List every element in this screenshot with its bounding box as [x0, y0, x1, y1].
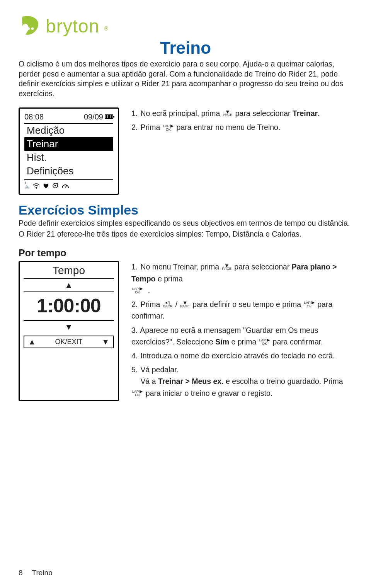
svg-point-4 [54, 185, 56, 187]
device-status-bar: 08:08 09/09 [24, 112, 113, 121]
device-menu-item: Medição [24, 124, 113, 137]
device2-time-value: 1:00:00 [24, 292, 114, 320]
battery-icon [105, 114, 113, 119]
page-footer: 8 Treino [19, 569, 53, 577]
lap-ok-button-icon: LAP ▶OK [259, 338, 271, 346]
intro-paragraph: O ciclismo é um dos melhores tipos de ex… [19, 59, 352, 99]
heart-icon [43, 182, 49, 191]
svg-line-5 [65, 185, 67, 187]
device-date: 09/09 [84, 112, 103, 121]
section-title-simple-exercises: Exercícios Simples [19, 203, 352, 218]
step-item: 2. Prima LAP ▶OK para entrar no menu de … [131, 121, 320, 133]
down-arrow-icon: ▼ [102, 337, 109, 346]
back-button-icon: ■/ǁBACK [162, 301, 174, 308]
section-paragraph: Pode definir exercícios simples especifi… [19, 218, 352, 228]
page-button-icon: ▼PAGE [221, 264, 232, 271]
device-sensor-icons: 1🚲 [24, 182, 113, 191]
svg-point-0 [27, 27, 30, 29]
lap-ok-button-icon: LAP ▶OK [162, 124, 174, 131]
step-item: 1. No menu Treinar, prima ▼PAGE para sel… [131, 261, 352, 296]
registered-icon: ® [104, 26, 108, 32]
step-item: 3. Aparece no ecrã a mensagem "Guardar e… [131, 324, 352, 348]
up-arrow-icon: ▲ [24, 279, 114, 291]
lap-ok-button-icon: LAP ▶OK [303, 301, 315, 308]
svg-point-1 [31, 27, 34, 29]
device-menu-item: Hist. [24, 151, 113, 164]
lap-ok-button-icon: LAP ▶OK [131, 390, 143, 397]
page-number: 8 [19, 569, 23, 577]
svg-point-2 [36, 187, 37, 189]
speed-icon [61, 182, 69, 191]
device-menu: Medição Treinar Hist. Definições [24, 123, 113, 178]
device-screen-time-setting: Tempo ▲ 1:00:00 ▼ ▲ OK/EXIT ▼ [19, 261, 119, 401]
device2-footer: ▲ OK/EXIT ▼ [24, 336, 114, 348]
ok-exit-label: OK/EXIT [55, 338, 82, 346]
wifi-icon [33, 182, 40, 191]
steps-list-2: 1. No menu Treinar, prima ▼PAGE para sel… [131, 261, 352, 401]
step-item: 1. No ecrã principal, prima ▼PAGE para s… [131, 107, 320, 119]
bike-icon: 1🚲 [24, 184, 30, 189]
page-title: Treino [19, 38, 352, 58]
footer-section-name: Treino [32, 569, 53, 577]
section-paragraph: O Rider 21 oferece-lhe três tipos de exe… [19, 229, 352, 239]
step-item: 5. Vá pedalar. Vá a Treinar > Meus ex. e… [131, 364, 352, 399]
brand-logo: bryton ® [19, 15, 352, 37]
subsection-title-by-time: Por tempo [19, 247, 352, 259]
up-arrow-icon: ▲ [28, 337, 36, 346]
step-item: 2. Prima ■/ǁBACK / ▼PAGE para definir o … [131, 298, 352, 322]
step-item: 4. Introduza o nome do exercício através… [131, 350, 352, 361]
device2-title: Tempo [24, 264, 114, 278]
cadence-icon [52, 182, 58, 191]
down-arrow-icon: ▼ [24, 321, 114, 333]
device-time: 08:08 [24, 112, 44, 121]
lap-ok-button-icon: LAP ▶OK [131, 287, 143, 294]
brand-name: bryton [46, 15, 99, 37]
logo-mark-icon [19, 16, 42, 37]
page-button-icon: ▼PAGE [222, 110, 233, 117]
steps-list-1: 1. No ecrã principal, prima ▼PAGE para s… [131, 107, 320, 195]
device-screen-main-menu: 08:08 09/09 Medição Treinar Hist. Defini… [19, 107, 119, 195]
device-menu-item: Definições [24, 164, 113, 178]
page-button-icon: ▼PAGE [180, 301, 191, 308]
device-menu-item-selected: Treinar [24, 137, 113, 151]
